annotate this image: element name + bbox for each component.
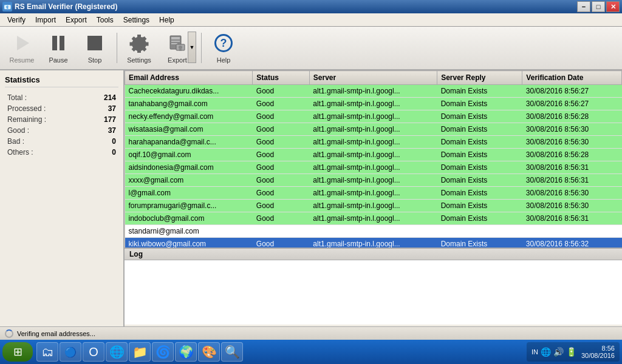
resume-icon [11, 32, 33, 54]
col-date: Verification Date [522, 71, 622, 85]
table-row[interactable]: oqif.10@gmail.comGoodalt1.gmail-smtp-in.… [125, 149, 622, 161]
stat-processed: Processed : 37 [5, 103, 118, 114]
settings-button[interactable]: Settings [122, 29, 156, 67]
taskbar-edge[interactable]: 🌍 [175, 342, 197, 362]
clock-date: 30/08/2016 [581, 352, 615, 359]
system-tray: IN 🌐 🔊 🔋 8:56 30/08/2016 [527, 342, 620, 362]
taskbar-file-manager[interactable]: 🗂 [36, 342, 58, 362]
col-reply: Server Reply [437, 71, 522, 85]
table-row[interactable]: necky.effendy@gmail.comGoodalt1.gmail-sm… [125, 110, 622, 123]
svg-rect-7 [171, 37, 180, 39]
menu-verify[interactable]: Verify [2, 15, 30, 25]
resume-button[interactable]: Resume [5, 29, 39, 67]
taskbar-explorer[interactable]: 📁 [129, 342, 151, 362]
svg-rect-8 [171, 41, 180, 42]
col-server: Server [309, 71, 437, 85]
speaker-icon: 🔊 [553, 347, 564, 357]
col-email: Email Address [125, 71, 253, 85]
settings-label: Settings [127, 56, 151, 64]
col-status: Status [253, 71, 309, 85]
stat-others: Others : 0 [5, 147, 118, 158]
menu-tools[interactable]: Tools [92, 15, 118, 25]
stop-label: Stop [88, 56, 102, 64]
table-row[interactable]: aidsindonesia@gmail.comGoodalt1.gmail-sm… [125, 161, 622, 174]
pause-icon [47, 32, 69, 54]
title-bar: 📧 RS Email Verifier (Registered) − □ ✕ [0, 0, 622, 13]
pause-button[interactable]: Pause [41, 29, 75, 67]
help-icon: ? [213, 32, 234, 54]
table-row[interactable]: Cachecekdataguru.dikdas...Goodalt1.gmail… [125, 85, 622, 98]
email-table-container: Email Address Status Server Server Reply… [125, 70, 622, 248]
table-row[interactable]: standarni@gmail.com [125, 225, 622, 238]
right-panel: Email Address Status Server Server Reply… [125, 70, 622, 326]
status-bar: Verifing email addresses... [0, 326, 622, 340]
table-row[interactable]: harahapananda@gmail.c...Goodalt1.gmail-s… [125, 136, 622, 149]
table-row[interactable]: kiki.wibowo@gmail.comGoodalt1.gmail-smtp… [125, 238, 622, 248]
maximize-button[interactable]: □ [592, 1, 605, 12]
language-indicator: IN [531, 348, 538, 356]
svg-rect-2 [60, 36, 64, 50]
clock-time: 8:56 [581, 345, 615, 352]
menu-export[interactable]: Export [61, 15, 92, 25]
taskbar-hp[interactable]: 🔵 [60, 342, 81, 362]
table-row[interactable]: l@gmail.comGoodalt1.gmail-smtp-in.l.goog… [125, 187, 622, 200]
stat-bad: Bad : 0 [5, 136, 118, 147]
stop-button[interactable]: Stop [78, 29, 112, 67]
table-row[interactable]: tanahabang@gmail.comGoodalt1.gmail-smtp-… [125, 98, 622, 110]
taskbar-paint[interactable]: 🎨 [198, 342, 220, 362]
stat-total: Total : 214 [5, 92, 118, 103]
app-title: RS Email Verifier (Registered) [15, 2, 117, 11]
email-table: Email Address Status Server Server Reply… [125, 70, 622, 248]
export-dropdown-arrow[interactable]: ▼ [188, 32, 196, 63]
taskbar-search[interactable]: 🔍 [221, 342, 243, 362]
start-button[interactable]: ⊞ [2, 342, 33, 362]
stat-remaining: Remaining : 177 [5, 114, 118, 125]
statistics-title: Statistics [5, 75, 118, 87]
statistics-panel: Statistics Total : 214 Processed : 37 Re… [0, 70, 125, 326]
menu-bar: Verify Import Export Tools Settings Help [0, 13, 622, 27]
resume-label: Resume [10, 56, 35, 64]
help-label: Help [217, 56, 231, 64]
menu-help[interactable]: Help [154, 15, 179, 25]
log-content [125, 260, 622, 325]
export-icon [166, 32, 188, 54]
svg-rect-12 [179, 49, 182, 51]
separator-2 [201, 33, 202, 63]
battery-icon: 🔋 [566, 347, 576, 357]
network-icon: 🌐 [541, 347, 551, 357]
help-button[interactable]: ? Help [207, 29, 241, 67]
svg-rect-3 [87, 36, 102, 50]
svg-marker-0 [17, 36, 29, 50]
log-title: Log [125, 249, 622, 260]
taskbar-ie[interactable]: 🌐 [106, 342, 128, 362]
svg-point-11 [179, 46, 182, 49]
taskbar-chrome[interactable]: 🌀 [152, 342, 174, 362]
close-button[interactable]: ✕ [606, 1, 620, 12]
settings-icon [128, 32, 150, 54]
stop-icon [84, 32, 106, 54]
status-spinner [5, 329, 13, 338]
status-text: Verifing email addresses... [17, 330, 95, 337]
log-section: Log [125, 248, 622, 326]
separator-1 [117, 33, 117, 63]
minimize-button[interactable]: − [577, 1, 590, 12]
table-row[interactable]: indoboclub@gmail.comGoodalt1.gmail-smtp-… [125, 212, 622, 225]
taskbar-opera[interactable]: O [83, 342, 104, 362]
table-row[interactable]: wisataasia@gmail.comGoodalt1.gmail-smtp-… [125, 123, 622, 136]
app-icon: 📧 [2, 2, 12, 12]
menu-import[interactable]: Import [30, 15, 61, 25]
taskbar: ⊞ 🗂 🔵 O 🌐 📁 🌀 🌍 🎨 🔍 IN 🌐 🔊 🔋 8:56 30/08/… [0, 340, 622, 364]
menu-settings[interactable]: Settings [118, 15, 154, 25]
svg-rect-1 [52, 36, 57, 50]
pause-label: Pause [49, 56, 67, 64]
table-row[interactable]: forumpramugari@gmail.c...Goodalt1.gmail-… [125, 200, 622, 212]
toolbar: Resume Pause Stop [0, 27, 622, 70]
table-row[interactable]: xxxx@gmail.comGoodalt1.gmail-smtp-in.l.g… [125, 174, 622, 187]
export-label: Export [168, 56, 187, 64]
stat-good: Good : 37 [5, 125, 118, 136]
